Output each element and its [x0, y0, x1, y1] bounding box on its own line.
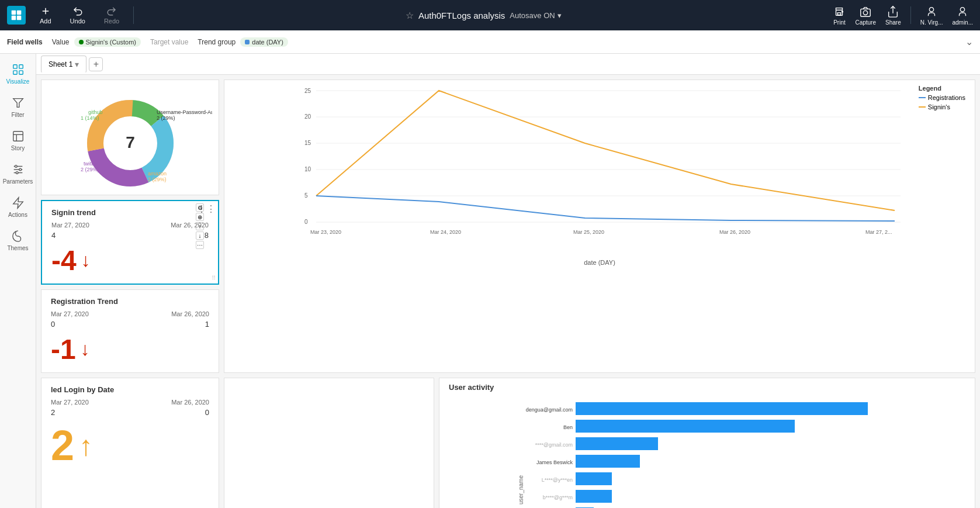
svg-point-10 — [864, 11, 868, 15]
svg-rect-69 — [576, 472, 612, 485]
trend-pill[interactable]: date (DAY) — [240, 37, 288, 47]
svg-rect-17 — [19, 71, 22, 74]
svg-text:Ben: Ben — [563, 424, 573, 430]
registration-trend-values: 0 1 — [51, 320, 209, 329]
favorite-icon[interactable]: ☆ — [406, 10, 414, 21]
svg-point-27 — [16, 172, 18, 174]
settings-icon[interactable]: ⚙ — [196, 203, 204, 212]
svg-rect-61 — [576, 402, 868, 415]
user-activity-chart: User activity user_name dengua@gmail.com… — [439, 378, 975, 508]
svg-text:2 (29%): 2 (29%) — [157, 115, 175, 121]
resize-handle[interactable]: ⠿ — [212, 275, 216, 281]
collapse-button[interactable]: ⌄ — [965, 36, 973, 47]
svg-rect-16 — [13, 71, 16, 74]
legend-title: Legend — [919, 85, 965, 92]
svg-rect-67 — [576, 455, 640, 468]
svg-text:7: 7 — [126, 133, 135, 151]
svg-marker-28 — [13, 198, 23, 208]
divider2 — [910, 6, 911, 24]
sidebar-item-label: Visualize — [6, 78, 30, 85]
trend-group-label: Trend group — [198, 38, 236, 46]
svg-text:Mar 23, 2020: Mar 23, 2020 — [310, 229, 341, 235]
sidebar-item-visualize[interactable]: Visualize — [2, 58, 34, 89]
signin-trend-dates: Mar 27, 2020 Mar 26, 2020 — [51, 222, 209, 229]
resize-icon[interactable]: ⊕ — [196, 213, 204, 221]
autosave-toggle[interactable]: Autosave ON ▾ — [510, 11, 561, 20]
print-button[interactable]: Print — [833, 5, 846, 26]
svg-rect-2 — [12, 16, 16, 20]
value-dot — [79, 40, 84, 44]
page-title: Auth0FTLogs analysis — [418, 11, 505, 20]
toolbar-center: ☆ Auth0FTLogs analysis Autosave ON ▾ — [143, 10, 823, 21]
signin-trend-delta: -4 ↓ — [51, 244, 209, 277]
svg-text:2 (29%): 2 (29%) — [81, 167, 99, 172]
sidebar-item-label: Themes — [7, 245, 28, 251]
sidebar-item-actions[interactable]: Actions — [2, 192, 34, 223]
svg-text:Username-Password-Aut...: Username-Password-Aut... — [157, 109, 212, 115]
svg-text:Mar 27, 2...: Mar 27, 2... — [865, 229, 892, 235]
toolbar: Add Undo Redo ☆ Auth0FTLogs analysis Aut… — [0, 0, 980, 30]
svg-point-8 — [842, 11, 843, 12]
redo-button[interactable]: Redo — [99, 4, 124, 27]
add-button[interactable]: Add — [35, 4, 56, 27]
share-button[interactable]: Share — [885, 5, 901, 26]
donut-chart: 7 Username-Password-Aut... 2 (29%) githu… — [41, 80, 219, 195]
svg-marker-18 — [13, 99, 23, 108]
failed-login-values: 2 0 — [51, 408, 209, 417]
add-sheet-button[interactable]: + — [89, 57, 103, 71]
sheet-tab-1[interactable]: Sheet 1 ▾ — [41, 56, 86, 73]
signin-trend-tile[interactable]: ⋮⋮ ⚙ ⊕ ↑ ↓ ⋯ Signin trend Mar 27, 2020 M… — [41, 200, 219, 285]
up-icon[interactable]: ↑ — [196, 222, 204, 230]
more-icon[interactable]: ⋯ — [196, 241, 204, 249]
sidebar-item-label: Filter — [11, 112, 24, 118]
svg-text:20: 20 — [304, 113, 311, 120]
registration-trend-delta: -1 ↓ — [51, 333, 209, 365]
field-wells-bar: Field wells Value Signin's (Custom) Targ… — [0, 30, 980, 54]
failed-login-tile[interactable]: led Login by Date Mar 27, 2020 Mar 26, 2… — [41, 378, 219, 508]
failed-login-delta: 2 ↑ — [51, 421, 209, 469]
svg-text:user_name: user_name — [518, 475, 524, 504]
sidebar-item-label: Parameters — [3, 178, 33, 185]
svg-rect-63 — [576, 420, 795, 433]
content-area: Sheet 1 ▾ + — [36, 54, 980, 508]
main-layout: Visualize Filter Story Parameters Action… — [0, 54, 980, 508]
dashboard-grid: 7 Username-Password-Aut... 2 (29%) githu… — [36, 75, 980, 508]
svg-rect-71 — [576, 490, 612, 503]
bottom-row: led Login by Date Mar 27, 2020 Mar 26, 2… — [41, 378, 975, 508]
field-wells-label: Field wells — [7, 38, 43, 46]
legend-registrations-line — [919, 97, 926, 98]
svg-text:Mar 24, 2020: Mar 24, 2020 — [430, 229, 461, 235]
svg-rect-9 — [861, 9, 871, 16]
failed-login-title: led Login by Date — [51, 385, 209, 394]
sidebar-item-themes[interactable]: Themes — [2, 225, 34, 256]
svg-point-26 — [19, 168, 21, 171]
svg-point-25 — [15, 165, 17, 168]
signin-trend-title: Signin trend — [51, 208, 209, 217]
user-region-button[interactable]: N. Virg... — [920, 5, 943, 26]
svg-text:Mar 26, 2020: Mar 26, 2020 — [719, 229, 750, 235]
app-logo[interactable] — [7, 6, 26, 25]
sidebar-item-filter[interactable]: Filter — [2, 92, 34, 123]
target-value-label: Target value — [150, 38, 188, 46]
trend-dot — [245, 40, 250, 44]
middle-panel — [224, 378, 434, 508]
svg-text:Mar 25, 2020: Mar 25, 2020 — [573, 229, 604, 235]
svg-rect-3 — [17, 16, 22, 20]
value-pill[interactable]: Signin's (Custom) — [74, 37, 141, 47]
svg-text:****@gmail.com: ****@gmail.com — [535, 442, 573, 448]
registration-trend-dates: Mar 27, 2020 Mar 26, 2020 — [51, 310, 209, 317]
svg-text:twitter: twitter — [84, 161, 98, 167]
down-icon[interactable]: ↓ — [196, 231, 204, 240]
svg-text:dengua@gmail.com: dengua@gmail.com — [526, 407, 573, 413]
line-chart-svg: 25 20 15 10 5 0 — [229, 85, 970, 254]
sidebar-item-story[interactable]: Story — [2, 125, 34, 156]
capture-button[interactable]: Capture — [855, 5, 876, 26]
svg-rect-15 — [19, 65, 22, 68]
admin-button[interactable]: admin... — [952, 5, 973, 26]
svg-text:15: 15 — [304, 140, 311, 146]
value-label: Value — [52, 38, 70, 46]
sidebar-item-parameters[interactable]: Parameters — [2, 158, 34, 189]
registration-trend-tile[interactable]: Registration Trend Mar 27, 2020 Mar 26, … — [41, 289, 219, 373]
svg-rect-65 — [576, 437, 658, 450]
undo-button[interactable]: Undo — [65, 4, 90, 27]
